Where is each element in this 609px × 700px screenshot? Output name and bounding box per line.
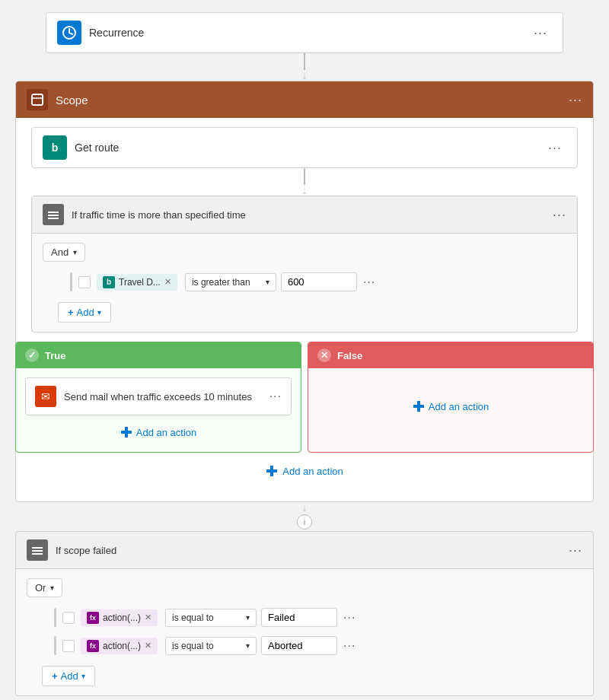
chip-label-action2: action(...) (103, 641, 141, 651)
value-input-3[interactable] (261, 636, 337, 655)
chip-close-3[interactable]: ✕ (145, 641, 151, 651)
svg-rect-5 (48, 218, 59, 219)
add-action-icon-false-1 (413, 400, 425, 412)
true-check-icon: ✓ (25, 348, 39, 362)
scope-title: Scope (56, 94, 569, 107)
operator-label-3: is equal to (172, 641, 214, 651)
value-input-2[interactable] (261, 608, 337, 627)
send-mail-action: ✉ Send mail when traffic exceeds 10 minu… (25, 377, 292, 415)
true-header-1: ✓ True (16, 342, 301, 368)
plus-icon-2: + (52, 670, 58, 682)
condition-rows-2: fx action(...) ✕ is equal to ▾ ··· (39, 603, 582, 660)
operator-select-3[interactable]: is equal to ▾ (165, 637, 257, 655)
condition-block-2: If scope failed ··· Or ▾ fx action(...) (15, 531, 594, 696)
condition-header-2: If scope failed ··· (16, 532, 593, 569)
svg-rect-7 (125, 427, 128, 438)
operator-chevron-2: ▾ (246, 613, 250, 622)
condition-1-title: If traffic time is more than specified t… (72, 209, 553, 221)
condition-icon-1 (43, 204, 64, 225)
checkbox-1[interactable] (78, 276, 91, 288)
add-action-icon-1 (120, 426, 132, 438)
operator-label-1: is greater than (192, 277, 250, 288)
svg-rect-12 (32, 547, 43, 549)
svg-rect-14 (32, 553, 43, 555)
add-action-scope-icon (266, 465, 278, 477)
scope-icon (27, 89, 48, 110)
checkbox-3[interactable] (62, 640, 75, 652)
svg-rect-1 (32, 94, 43, 105)
plus-icon-1: + (68, 307, 74, 318)
false-panel-1: ✕ False Add an action (308, 342, 594, 453)
row-more-1[interactable]: ··· (363, 275, 375, 289)
condition-rows-1: b Travel D... ✕ is greater than ▾ (55, 268, 566, 296)
connector-info-1: ↓ i (297, 502, 312, 531)
false-x-icon: ✕ (317, 348, 331, 362)
branch-row-1: ✓ True ✉ Send mail when traffic exceeds … (15, 342, 594, 453)
chip-label-action1: action(...) (103, 612, 141, 623)
chip-close-1[interactable]: ✕ (164, 277, 171, 287)
condition-1-body: And ▾ b Trave (32, 234, 577, 332)
scope-bottom-add-label: Add an action (282, 466, 343, 477)
operator-chevron-1: ▾ (266, 278, 269, 286)
row-more-3[interactable]: ··· (343, 639, 356, 653)
svg-rect-11 (270, 466, 273, 476)
send-mail-more[interactable]: ··· (269, 390, 282, 403)
svg-rect-3 (48, 212, 59, 213)
false-label-1: False (337, 350, 362, 361)
logic-label-1: And (51, 247, 69, 258)
token-chip-action2: fx action(...) ✕ (81, 638, 158, 654)
condition-2-more[interactable]: ··· (569, 542, 582, 558)
recurrence-more[interactable]: ··· (529, 24, 552, 43)
get-route-more[interactable]: ··· (544, 138, 566, 158)
indent-line-3 (54, 636, 56, 655)
add-action-true-1[interactable]: Add an action (25, 422, 292, 443)
arrow-down-2: ↓ (302, 185, 308, 196)
mail-icon-1: ✉ (35, 386, 56, 407)
info-circle-1[interactable]: i (297, 514, 312, 530)
condition-icon-2 (27, 539, 48, 561)
svg-rect-9 (417, 401, 420, 412)
operator-chevron-3: ▾ (246, 641, 250, 650)
token-chip-action1: fx action(...) ✕ (81, 609, 158, 626)
scope-bottom-add-action[interactable]: Add an action (260, 459, 349, 483)
arrow-down-3: ↓ (302, 502, 308, 513)
indent-line-1 (70, 272, 72, 291)
checkbox-2[interactable] (62, 612, 75, 624)
logic-selector-2[interactable]: Or ▾ (27, 578, 62, 597)
chip-close-2[interactable]: ✕ (145, 612, 151, 622)
get-route-block: b Get route ··· (31, 127, 578, 168)
condition-block-1: If traffic time is more than specified t… (31, 196, 578, 332)
chip-func-icon-1: fx (87, 612, 99, 624)
operator-select-1[interactable]: is greater than ▾ (185, 273, 276, 291)
logic-label-2: Or (35, 582, 46, 593)
add-label-2: Add (61, 670, 78, 682)
add-action-label-true-1: Add an action (136, 427, 197, 438)
logic-chevron-2: ▾ (50, 584, 54, 592)
row-more-2[interactable]: ··· (343, 611, 356, 625)
scope-more[interactable]: ··· (569, 92, 582, 108)
token-chip-travel: b Travel D... ✕ (97, 274, 177, 291)
add-condition-btn-1[interactable]: + Add ▾ (58, 302, 111, 323)
operator-select-2[interactable]: is equal to ▾ (165, 609, 257, 627)
add-action-false-1[interactable]: Add an action (408, 396, 494, 417)
indent-line-2 (54, 608, 56, 627)
svg-rect-13 (32, 550, 43, 552)
condition-header-1: If traffic time is more than specified t… (32, 196, 577, 234)
logic-chevron-1: ▾ (73, 248, 77, 256)
recurrence-icon (57, 21, 81, 45)
recurrence-title: Recurrence (89, 27, 529, 39)
connector-2: ↓ (302, 168, 308, 196)
scope-header: Scope ··· (16, 81, 593, 118)
add-condition-btn-2[interactable]: + Add ▾ (42, 666, 95, 686)
value-input-1[interactable] (281, 272, 357, 291)
condition-row-1: b Travel D... ✕ is greater than ▾ (70, 272, 566, 291)
logic-selector-1[interactable]: And ▾ (43, 243, 85, 262)
connector-line (304, 53, 305, 70)
recurrence-block: Recurrence ··· (46, 12, 563, 53)
condition-2-title: If scope failed (56, 545, 569, 556)
add-chevron-2: ▾ (81, 672, 85, 680)
false-center-1: Add an action (317, 377, 584, 435)
false-body-1: Add an action (308, 368, 593, 444)
arrow-down-1: ↓ (302, 70, 308, 81)
condition-1-more[interactable]: ··· (553, 207, 566, 223)
